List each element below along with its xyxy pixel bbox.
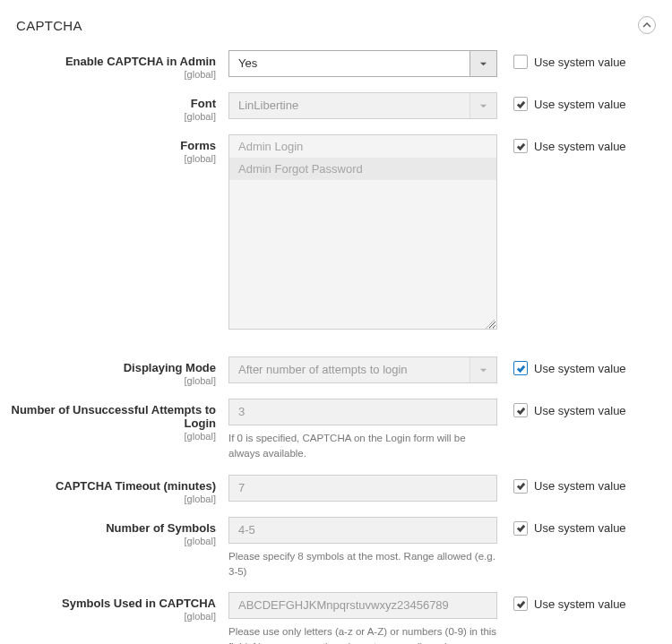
scope-enable: [global] [9, 69, 216, 80]
use-system-label-timeout: Use system value [534, 479, 626, 493]
mode-select: After number of attempts to login [228, 356, 497, 383]
use-system-attempts[interactable] [513, 403, 528, 417]
label-font: Font [9, 97, 216, 110]
enable-select[interactable]: Yes [228, 50, 497, 77]
use-system-label-forms: Use system value [534, 140, 626, 153]
use-system-label-font: Use system value [534, 98, 626, 111]
chevron-up-icon [642, 21, 651, 30]
scope-mode: [global] [9, 375, 216, 386]
symbols-help: Please specify 8 symbols at the most. Ra… [228, 549, 497, 580]
font-select: LinLibertine [228, 92, 497, 119]
scope-symbols-used: [global] [9, 611, 216, 622]
scope-symbols: [global] [9, 536, 216, 546]
scope-forms: [global] [9, 153, 216, 164]
label-forms: Forms [9, 139, 216, 152]
use-system-symbols-used[interactable] [513, 597, 528, 611]
label-symbols: Number of Symbols [9, 521, 216, 535]
scope-attempts: [global] [9, 431, 216, 442]
timeout-input: 7 [228, 475, 497, 502]
symbols-used-input: ABCDEFGHJKMnpqrstuvwxyz23456789 [228, 592, 497, 619]
use-system-timeout[interactable] [513, 479, 528, 494]
use-system-label-symbols-used: Use system value [534, 597, 626, 611]
forms-multiselect: Admin Login Admin Forgot Password [228, 134, 497, 330]
use-system-label-enable: Use system value [534, 56, 626, 69]
dropdown-arrow-icon [470, 357, 496, 382]
label-symbols-used: Symbols Used in CAPTCHA [9, 597, 216, 610]
symbols-used-help: Please use only letters (a-z or A-Z) or … [228, 624, 497, 644]
label-timeout: CAPTCHA Timeout (minutes) [9, 479, 216, 493]
scope-font: [global] [9, 111, 216, 122]
use-system-enable[interactable] [513, 55, 528, 69]
dropdown-arrow-icon [470, 93, 496, 118]
section-title: CAPTCHA [16, 18, 82, 33]
forms-option: Admin Forgot Password [229, 158, 496, 180]
attempts-input: 3 [228, 399, 497, 425]
font-select-value: LinLibertine [229, 93, 470, 118]
mode-select-value: After number of attempts to login [229, 357, 470, 382]
use-system-symbols[interactable] [513, 521, 528, 536]
forms-option: Admin Login [229, 135, 496, 158]
label-attempts: Number of Unsuccessful Attempts to Login [9, 403, 216, 430]
symbols-input: 4-5 [228, 517, 497, 544]
enable-select-value: Yes [229, 51, 470, 76]
use-system-mode[interactable] [513, 361, 528, 375]
use-system-label-attempts: Use system value [534, 404, 626, 417]
dropdown-arrow-icon [470, 51, 496, 76]
use-system-label-mode: Use system value [534, 362, 626, 375]
scope-timeout: [global] [9, 494, 216, 504]
label-enable: Enable CAPTCHA in Admin [9, 55, 216, 68]
resize-grip-icon [486, 318, 495, 327]
use-system-font[interactable] [513, 97, 528, 111]
label-mode: Displaying Mode [9, 361, 216, 374]
use-system-label-symbols: Use system value [534, 521, 626, 535]
use-system-forms[interactable] [513, 139, 528, 153]
collapse-toggle[interactable] [638, 16, 656, 34]
attempts-help: If 0 is specified, CAPTCHA on the Login … [228, 431, 497, 462]
